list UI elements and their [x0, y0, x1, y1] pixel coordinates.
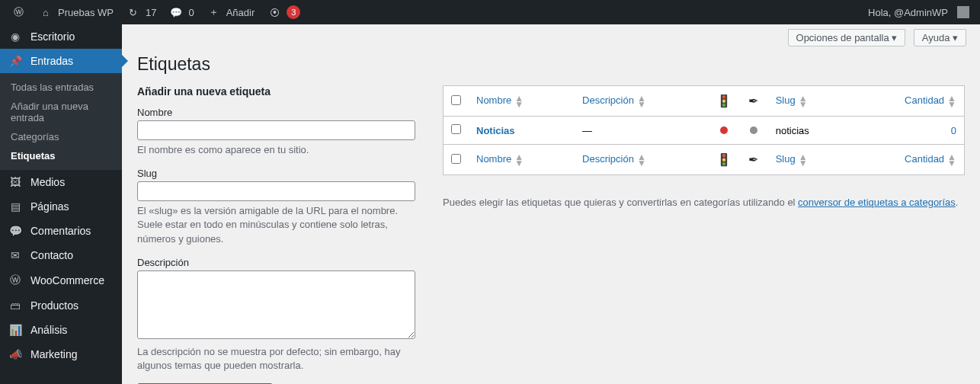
site-name-item[interactable]: ⌂Pruebas WP — [32, 0, 120, 24]
pin-icon: 📌 — [8, 55, 23, 67]
col-name-label: Nombre — [476, 94, 511, 106]
col-name[interactable]: Nombre▲▼ — [476, 94, 524, 106]
col-description[interactable]: Descripción▲▼ — [582, 94, 646, 106]
menu-contact-label: Contacto — [30, 249, 73, 261]
col-description-label-foot: Descripción — [582, 153, 634, 165]
col-slug-label-foot: Slug — [776, 153, 796, 165]
submenu-tags[interactable]: Etiquetas — [0, 146, 122, 165]
select-all-top[interactable] — [451, 95, 461, 105]
screen-meta: Opciones de pantalla ▾ Ayuda ▾ — [122, 24, 980, 46]
submenu-add-post[interactable]: Añadir una nueva entrada — [0, 97, 122, 127]
row-slug: noticias — [768, 117, 850, 144]
sort-icon: ▲▼ — [514, 154, 524, 166]
submenu-posts: Todas las entradas Añadir una nueva entr… — [0, 73, 122, 170]
slug-help: El «slug» es la versión amigable de la U… — [137, 204, 415, 246]
menu-woocommerce[interactable]: ⓦWooCommerce — [0, 267, 122, 293]
row-name-link[interactable]: Noticias — [476, 125, 515, 136]
help-button[interactable]: Ayuda ▾ — [914, 29, 966, 46]
media-icon: 🖾 — [8, 176, 23, 188]
greeting: Hola, @AdminWP — [868, 7, 948, 18]
name-input[interactable] — [137, 120, 415, 140]
comments-item[interactable]: 💬0 — [162, 0, 200, 24]
page-title: Etiquetas — [137, 54, 965, 75]
converter-suffix: . — [956, 197, 959, 208]
yoast-item[interactable]: ⦿3 — [261, 0, 306, 24]
menu-analytics-label: Análisis — [30, 324, 67, 336]
feather-icon[interactable]: ✒ — [748, 94, 758, 107]
col-count[interactable]: Cantidad▲▼ — [905, 94, 956, 106]
menu-marketing[interactable]: 📣Marketing — [0, 342, 122, 366]
traffic-light-icon[interactable]: 🚦 — [716, 153, 732, 166]
menu-analytics[interactable]: 📊Análisis — [0, 318, 122, 342]
sort-icon: ▲▼ — [637, 95, 646, 107]
row-checkbox[interactable] — [451, 124, 461, 134]
menu-media-label: Medios — [30, 176, 65, 188]
submenu-categories[interactable]: Categorías — [0, 127, 122, 146]
menu-contact[interactable]: ✉Contacto — [0, 243, 122, 267]
comments-count: 0 — [188, 7, 194, 18]
admin-menu: ◉Escritorio 📌Entradas Todas las entradas… — [0, 24, 122, 384]
row-count-link[interactable]: 0 — [951, 125, 956, 136]
seo-status-dot — [720, 126, 728, 134]
col-count-label-foot: Cantidad — [905, 153, 944, 165]
col-slug[interactable]: Slug▲▼ — [776, 94, 808, 106]
menu-pages[interactable]: ▤Páginas — [0, 194, 122, 219]
slug-input[interactable] — [137, 181, 415, 201]
form-title: Añadir una nueva etiqueta — [137, 85, 415, 98]
converter-prefix: Puedes elegir las etiquetas que quieras … — [443, 197, 798, 208]
traffic-light-icon[interactable]: 🚦 — [716, 94, 732, 107]
col-slug-foot[interactable]: Slug▲▼ — [776, 153, 808, 165]
woo-icon: ⓦ — [8, 274, 23, 287]
add-new-item[interactable]: ＋Añadir — [200, 0, 261, 24]
sort-icon: ▲▼ — [947, 154, 956, 166]
menu-dashboard[interactable]: ◉Escritorio — [0, 24, 122, 49]
menu-products-label: Productos — [30, 299, 78, 312]
dashboard-icon: ◉ — [8, 30, 23, 43]
table-row: Noticias — noticias 0 — [444, 117, 964, 144]
wp-logo[interactable]: ⓦ — [5, 0, 32, 24]
plus-icon: ＋ — [207, 5, 222, 19]
col-name-foot[interactable]: Nombre▲▼ — [476, 153, 524, 165]
sort-icon: ▲▼ — [514, 95, 524, 107]
menu-woocommerce-label: WooCommerce — [30, 274, 104, 286]
avatar — [957, 6, 969, 18]
sort-icon: ▲▼ — [799, 154, 808, 166]
tags-table: Nombre▲▼ Descripción▲▼ 🚦 ✒ Slug▲▼ Cantid… — [443, 85, 965, 175]
menu-media[interactable]: 🖾Medios — [0, 170, 122, 194]
col-slug-label: Slug — [776, 94, 796, 106]
site-name: Pruebas WP — [58, 7, 114, 18]
feather-icon[interactable]: ✒ — [748, 153, 758, 166]
slug-label: Slug — [137, 168, 415, 179]
name-help: El nombre es como aparece en tu sitio. — [137, 143, 415, 157]
update-icon: ↻ — [126, 7, 141, 18]
desc-input[interactable] — [137, 270, 415, 339]
menu-dashboard-label: Escritorio — [30, 30, 75, 43]
col-count-foot[interactable]: Cantidad▲▼ — [905, 153, 956, 165]
screen-options-button[interactable]: Opciones de pantalla ▾ — [788, 29, 906, 46]
col-count-label: Cantidad — [905, 94, 944, 106]
admin-bar: ⓦ ⌂Pruebas WP ↻17 💬0 ＋Añadir ⦿3 Hola, @A… — [0, 0, 980, 24]
updates-count: 17 — [146, 7, 156, 18]
current-arrow-icon — [122, 55, 128, 67]
col-description-foot[interactable]: Descripción▲▼ — [582, 153, 646, 165]
submenu-all-posts[interactable]: Todas las entradas — [0, 78, 122, 97]
menu-pages-label: Páginas — [30, 200, 69, 213]
analytics-icon: 📊 — [8, 324, 23, 336]
menu-products[interactable]: 🗃Productos — [0, 293, 122, 318]
mail-icon: ✉ — [8, 249, 23, 261]
updates-item[interactable]: ↻17 — [120, 0, 162, 24]
readability-status-dot — [750, 126, 757, 134]
menu-marketing-label: Marketing — [30, 348, 77, 360]
menu-posts[interactable]: 📌Entradas — [0, 49, 122, 73]
col-name-label-foot: Nombre — [476, 153, 511, 165]
menu-comments-label: Comentarios — [30, 225, 91, 237]
select-all-bottom[interactable] — [451, 154, 461, 164]
row-description: — — [575, 117, 709, 144]
megaphone-icon: 📣 — [8, 348, 23, 360]
desc-label: Descripción — [137, 257, 415, 268]
account-item[interactable]: Hola, @AdminWP — [862, 0, 975, 24]
sort-icon: ▲▼ — [799, 95, 808, 107]
home-icon: ⌂ — [38, 7, 53, 18]
menu-comments[interactable]: 💬Comentarios — [0, 219, 122, 243]
converter-link[interactable]: conversor de etiquetas a categorías — [798, 197, 956, 208]
